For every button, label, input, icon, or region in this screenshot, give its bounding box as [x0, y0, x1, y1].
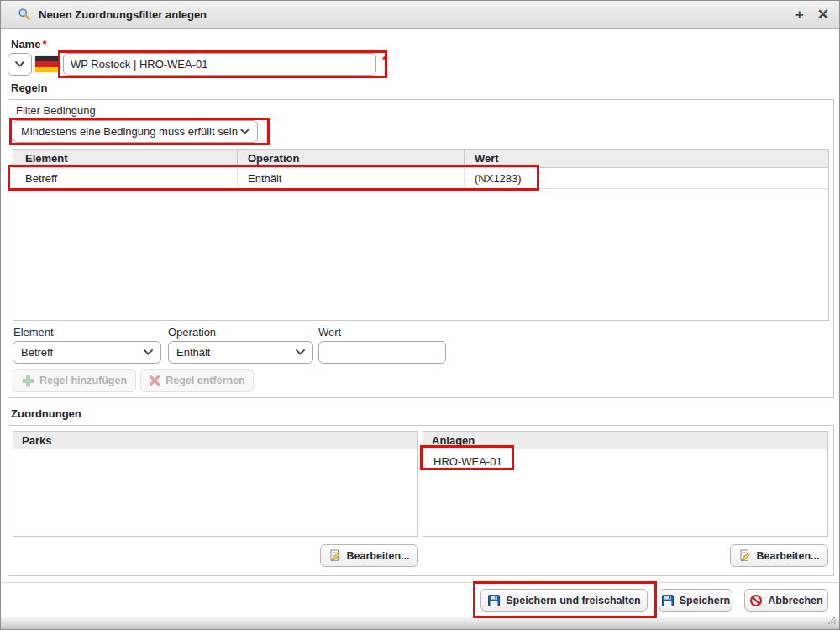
- save-label: Speichern: [680, 595, 730, 606]
- operation-select[interactable]: Enthält: [168, 341, 313, 364]
- column-header-element: Element: [13, 150, 237, 167]
- window-add-button[interactable]: +: [795, 8, 804, 22]
- table-row[interactable]: Betreff Enthält (NX1283): [13, 168, 828, 189]
- cancel-button[interactable]: Abbrechen: [744, 589, 828, 612]
- language-dropdown-button[interactable]: [8, 53, 32, 76]
- name-label: Name*: [11, 38, 46, 50]
- dialog-title: Neuen Zuordnungsfilter anlegen: [39, 8, 207, 21]
- required-asterisk: *: [42, 38, 46, 50]
- dialog-window: Neuen Zuordnungsfilter anlegen + ✕ Name*…: [0, 0, 840, 630]
- form-element-label: Element: [13, 326, 54, 339]
- form-wert-label: Wert: [318, 326, 341, 339]
- filter-condition-value: Mindestens eine Bedingung muss erfüllt s…: [21, 125, 238, 138]
- edit-anlagen-button[interactable]: Bearbeiten...: [730, 544, 828, 567]
- plus-icon: [22, 375, 34, 387]
- remove-rule-label: Regel entfernen: [165, 375, 244, 386]
- magnifier-icon: [18, 8, 31, 21]
- column-header-wert: Wert: [464, 150, 828, 167]
- resize-grip-icon[interactable]: [827, 615, 837, 627]
- footer-divider: [1, 582, 839, 583]
- edit-icon: [738, 549, 751, 562]
- assignments-section-label: Zuordnungen: [11, 407, 81, 420]
- statusbar: [1, 617, 839, 629]
- chevron-down-icon: [296, 349, 305, 355]
- anlagen-panel-header: Anlagen: [423, 432, 827, 449]
- cancel-icon: [749, 594, 763, 607]
- wert-input[interactable]: [318, 341, 446, 364]
- edit-anlagen-label: Bearbeiten...: [756, 550, 819, 562]
- operation-select-value: Enthält: [176, 346, 210, 359]
- save-and-activate-button[interactable]: Speichern und freischalten: [480, 589, 648, 612]
- list-item[interactable]: HRO-WEA-01: [423, 449, 827, 468]
- name-input[interactable]: [63, 53, 376, 76]
- edit-parks-label: Bearbeiten...: [346, 550, 409, 562]
- floppy-disk-icon: [487, 594, 501, 607]
- add-rule-label: Regel hinzufügen: [39, 375, 127, 386]
- required-asterisk: *: [382, 54, 386, 66]
- titlebar: Neuen Zuordnungsfilter anlegen + ✕: [1, 1, 839, 29]
- element-select-value: Betreff: [21, 346, 53, 359]
- form-operation-label: Operation: [168, 326, 216, 339]
- cell-operation: Enthält: [237, 168, 464, 188]
- rules-table: Element Operation Wert Betreff Enthält (…: [13, 149, 829, 321]
- chevron-down-icon: [144, 349, 153, 355]
- element-select[interactable]: Betreff: [13, 341, 161, 364]
- rules-section-label: Regeln: [11, 81, 47, 94]
- filter-condition-select[interactable]: Mindestens eine Bedingung muss erfüllt s…: [13, 120, 258, 143]
- edit-parks-button[interactable]: Bearbeiten...: [320, 544, 418, 567]
- anlagen-list: HRO-WEA-01: [423, 449, 827, 468]
- save-and-activate-label: Speichern und freischalten: [506, 595, 640, 606]
- floppy-disk-icon: [661, 594, 675, 607]
- cell-element: Betreff: [13, 168, 237, 188]
- german-flag-icon[interactable]: [35, 56, 58, 72]
- rules-table-header: Element Operation Wert: [13, 150, 828, 168]
- cancel-label: Abbrechen: [768, 595, 822, 606]
- filter-condition-label: Filter Bedingung: [16, 104, 96, 117]
- x-icon: [149, 375, 160, 386]
- anlagen-panel: Anlagen HRO-WEA-01: [423, 431, 828, 537]
- chevron-down-icon: [15, 61, 24, 67]
- chevron-down-icon: [240, 129, 249, 134]
- parks-panel-header: Parks: [13, 432, 417, 449]
- add-rule-button[interactable]: Regel hinzufügen: [13, 369, 136, 392]
- save-button[interactable]: Speichern: [659, 589, 732, 612]
- remove-rule-button[interactable]: Regel entfernen: [140, 369, 254, 392]
- cell-wert: (NX1283): [464, 168, 828, 188]
- window-close-button[interactable]: ✕: [817, 8, 829, 22]
- column-header-operation: Operation: [237, 150, 464, 167]
- parks-panel: Parks: [13, 431, 418, 537]
- edit-icon: [328, 549, 341, 562]
